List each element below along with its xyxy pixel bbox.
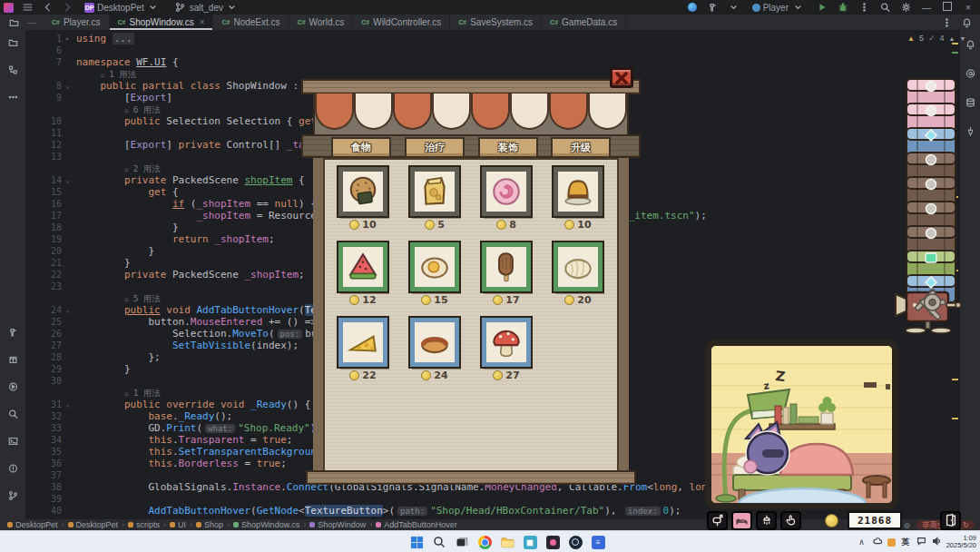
coin-icon: [496, 220, 506, 230]
profile-icon[interactable]: [686, 2, 699, 13]
run-button[interactable]: [816, 2, 828, 13]
shower-button[interactable]: [756, 511, 777, 530]
ime-indicator[interactable]: 英: [900, 537, 911, 548]
editor-tab-player-cs[interactable]: C#Player.cs: [44, 15, 110, 30]
taskbar-app-teal-icon[interactable]: ▦: [522, 534, 538, 550]
taskbar-app-blue-icon[interactable]: ≡: [590, 534, 606, 550]
taskbar-file-explorer-icon[interactable]: [499, 534, 515, 550]
scrollbar-mark: [952, 418, 958, 419]
item-price: 20: [551, 294, 605, 306]
more-actions-icon[interactable]: [858, 2, 870, 13]
taskbar-task-view-icon[interactable]: [454, 534, 470, 550]
shop-item-naruto-swirl[interactable]: [482, 167, 531, 216]
shop-tab-0[interactable]: 食物: [331, 137, 391, 158]
editor-tab-wildcontroller-cs[interactable]: C#WildController.cs: [353, 15, 450, 30]
tray-app-orange-icon[interactable]: [887, 538, 896, 547]
breadcrumb-addtabbuttonhover[interactable]: AddTabButtonHover: [376, 520, 457, 529]
mailbox-button[interactable]: [707, 511, 728, 530]
breadcrumb-scripts[interactable]: scripts: [128, 520, 160, 529]
shop-close-button[interactable]: [610, 67, 633, 88]
volume-icon[interactable]: [931, 536, 942, 548]
main-menu-icon[interactable]: [21, 2, 34, 13]
run-services-icon[interactable]: [5, 380, 20, 394]
shop-item-cheese[interactable]: [338, 318, 387, 367]
more-tabs-icon[interactable]: [940, 17, 953, 28]
code-line-1[interactable]: 1▸using ...: [25, 33, 956, 44]
shop-item-snack-bag[interactable]: [410, 167, 459, 216]
ai-at-icon[interactable]: [963, 66, 977, 81]
close-window-button[interactable]: ×: [962, 3, 975, 13]
project-toolwindow-icon[interactable]: [7, 17, 20, 28]
database-icon[interactable]: [963, 95, 977, 110]
project-selector[interactable]: DP DesktopPet: [81, 2, 163, 13]
prev-issue-icon[interactable]: ▲: [949, 35, 956, 42]
taskbar-search-icon[interactable]: [431, 534, 447, 550]
coin-icon: [421, 370, 431, 380]
tray-chevron-up-icon[interactable]: ∧: [857, 537, 867, 547]
minimize-button[interactable]: —: [920, 3, 933, 13]
run-config-selector[interactable]: Player: [749, 2, 808, 13]
maximize-button[interactable]: [941, 2, 954, 13]
door-button[interactable]: [940, 511, 961, 530]
problems-icon[interactable]: [5, 461, 20, 476]
editor-tab-shopwindow-cs[interactable]: C#ShopWindow.cs×: [110, 15, 214, 30]
breadcrumb-desktoppet[interactable]: DesktopPet: [7, 520, 58, 529]
code-line-7[interactable]: 7namespace WF.UI {: [25, 56, 956, 68]
shop-tab-2[interactable]: 装饰: [478, 137, 538, 158]
shop-item-rice-cracker[interactable]: [338, 167, 387, 216]
close-x-icon: [614, 72, 629, 84]
code-line-6[interactable]: 6: [25, 44, 956, 56]
chevron-down-icon[interactable]: [728, 2, 740, 13]
rider-logo-icon: [4, 3, 14, 13]
breadcrumb-ui[interactable]: UI: [170, 520, 186, 529]
tab-close-icon[interactable]: ×: [200, 17, 205, 27]
project-folder-icon[interactable]: [5, 35, 20, 50]
chat-bubble-icon[interactable]: [916, 536, 926, 548]
taskbar-app-pink-icon[interactable]: [544, 534, 561, 550]
settings-gear-icon[interactable]: [899, 2, 912, 13]
hammer-icon[interactable]: [5, 325, 20, 340]
editor-tab-nodeext-cs[interactable]: C#NodeExt.cs: [213, 15, 289, 30]
build-hammer-icon[interactable]: [707, 2, 720, 13]
next-issue-icon[interactable]: ▼: [959, 35, 965, 42]
forward-icon[interactable]: [61, 2, 74, 13]
hand-button[interactable]: [780, 511, 801, 530]
back-icon[interactable]: [41, 2, 54, 13]
taskbar-start-icon[interactable]: [408, 534, 425, 550]
branch-selector[interactable]: salt_dev: [171, 2, 242, 13]
git-branch-icon[interactable]: [5, 488, 20, 503]
pet-machine-settings[interactable]: [894, 278, 965, 336]
shop-item-egg-bun[interactable]: [410, 242, 459, 291]
shop-item-mushroom[interactable]: [482, 318, 531, 367]
editor-tab-gamedata-cs[interactable]: C#GameData.cs: [542, 15, 626, 30]
taskbar-steam-icon[interactable]: [567, 534, 583, 550]
plug-icon[interactable]: [963, 124, 977, 139]
shop-tab-3[interactable]: 升级: [551, 137, 611, 158]
editor-tab-savesystem-cs[interactable]: C#SaveSystem.cs: [450, 15, 542, 30]
more-dots-icon[interactable]: [5, 90, 20, 104]
notifications-bell-icon[interactable]: [960, 17, 973, 28]
terminal-icon[interactable]: [5, 434, 20, 448]
taskbar-chrome-icon[interactable]: [476, 534, 493, 550]
breadcrumb-shop[interactable]: Shop: [196, 520, 223, 529]
onedrive-cloud-icon[interactable]: [872, 536, 883, 548]
taskbar-clock[interactable]: 1:09 2025/5/20: [946, 535, 976, 549]
shop-item-hotdog[interactable]: [410, 318, 459, 367]
folder-icon: [170, 522, 175, 527]
breadcrumb-shopwindow[interactable]: ShopWindow: [309, 520, 366, 529]
shop-item-steamed-bun[interactable]: [554, 242, 603, 291]
package-icon[interactable]: [5, 352, 20, 367]
structure-icon[interactable]: [5, 63, 20, 77]
shop-item-watermelon[interactable]: [338, 242, 387, 291]
shop-item-pudding[interactable]: [554, 167, 603, 216]
debug-button[interactable]: [837, 2, 849, 13]
shop-tab-1[interactable]: 治疗: [405, 137, 465, 158]
editor-tab-world-cs[interactable]: C#World.cs: [289, 15, 354, 30]
search-everywhere-icon[interactable]: [878, 2, 891, 13]
breadcrumb-shopwindow-cs[interactable]: ShopWindow.cs: [233, 520, 299, 529]
shop-item-popsicle[interactable]: [482, 242, 531, 291]
bed-button[interactable]: [731, 511, 752, 530]
search-icon[interactable]: [5, 407, 20, 421]
clock-date: 2025/5/20: [946, 542, 976, 549]
breadcrumb-desktoppet[interactable]: DesktopPet: [68, 520, 119, 529]
